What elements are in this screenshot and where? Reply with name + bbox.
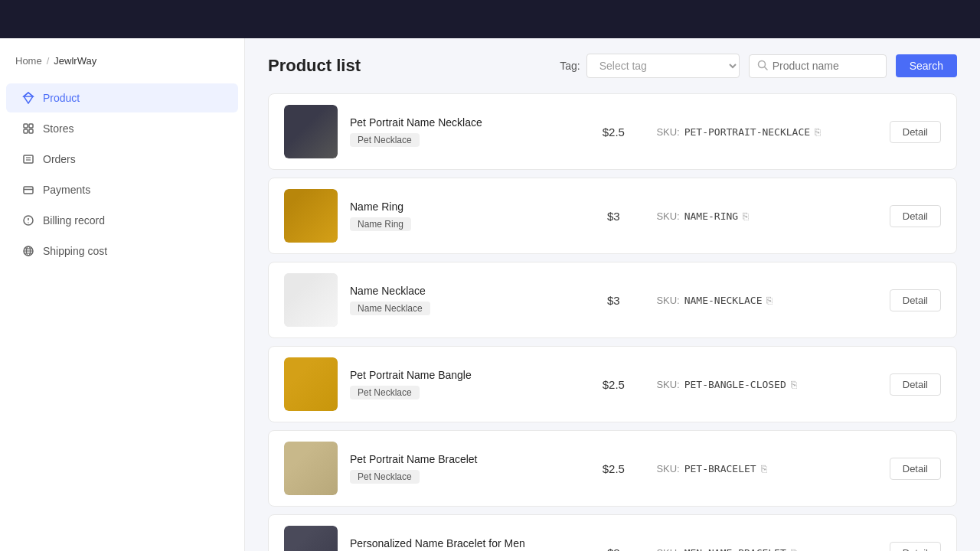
tag-label: Tag: (560, 60, 580, 72)
page-header: Product list Tag: Select tag (268, 54, 957, 78)
breadcrumb-separator: / (47, 55, 50, 67)
detail-button[interactable]: Detail (890, 121, 941, 143)
table-row: Name Ring Name Ring $3 SKU: NAME-RING ⎘ … (268, 178, 957, 254)
product-price: $2.5 (583, 378, 644, 391)
product-tag: Name Ring (350, 217, 411, 231)
product-info: Name Ring Name Ring (350, 201, 570, 231)
sidebar-item-stores-label: Stores (43, 122, 74, 135)
copy-icon[interactable]: ⎘ (761, 463, 767, 474)
sku-value: PET-BRACELET (684, 463, 756, 474)
copy-icon[interactable]: ⎘ (791, 547, 797, 552)
top-bar (0, 0, 980, 38)
product-name: Pet Portrait Name Bangle (350, 369, 570, 381)
sidebar-item-shipping-label: Shipping cost (43, 245, 107, 257)
product-info: Pet Portrait Name Necklace Pet Necklace (350, 116, 570, 147)
product-name: Personalized Name Bracelet for Men (350, 537, 570, 549)
product-image (284, 189, 338, 243)
detail-button[interactable]: Detail (890, 542, 941, 552)
product-info: Pet Portrait Name Bracelet Pet Necklace (350, 453, 570, 484)
sidebar-item-product-label: Product (43, 92, 80, 104)
product-image (284, 105, 338, 158)
sidebar-item-billing[interactable]: Billing record (6, 206, 238, 235)
search-box (749, 54, 887, 78)
shipping-icon (21, 244, 35, 258)
copy-icon[interactable]: ⎘ (743, 210, 749, 222)
product-name: Name Necklace (350, 285, 570, 297)
breadcrumb-home[interactable]: Home (15, 55, 42, 67)
svg-point-13 (28, 222, 28, 223)
svg-rect-4 (24, 129, 28, 133)
payments-icon (21, 183, 35, 197)
product-tag: Pet Necklace (350, 386, 420, 399)
sidebar-nav: Product Stores (0, 76, 244, 273)
search-button[interactable]: Search (896, 54, 957, 77)
tag-select[interactable]: Select tag (586, 54, 740, 78)
product-price: $2.5 (583, 126, 644, 139)
product-price: $2.5 (583, 462, 644, 475)
product-tag: Pet Necklace (350, 133, 420, 147)
table-row: Name Necklace Name Necklace $3 SKU: NAME… (268, 262, 957, 338)
product-sku: SKU: PET-PORTRAIT-NECKLACE ⎘ (656, 126, 877, 138)
sku-value: PET-BANGLE-CLOSED (684, 379, 786, 390)
product-price: $8 (583, 546, 644, 552)
product-price: $3 (583, 294, 644, 307)
product-name: Pet Portrait Name Bracelet (350, 453, 570, 465)
product-name: Name Ring (350, 201, 570, 213)
copy-icon[interactable]: ⎘ (791, 379, 797, 390)
diamond-icon (21, 91, 35, 105)
svg-marker-1 (24, 93, 33, 96)
sidebar-item-billing-label: Billing record (43, 214, 105, 227)
svg-rect-6 (24, 155, 33, 163)
svg-rect-9 (24, 187, 33, 194)
sku-value: MEN-NAME-BRACELET (684, 547, 786, 552)
product-name: Pet Portrait Name Necklace (350, 116, 570, 129)
sku-value: NAME-RING (684, 210, 738, 222)
page-title: Product list (268, 56, 361, 76)
tag-filter: Tag: Select tag (560, 54, 739, 78)
product-tag: Name Necklace (350, 302, 430, 315)
breadcrumb-current: JewlrWay (54, 55, 96, 67)
sidebar: Home / JewlrWay Product (0, 38, 245, 551)
breadcrumb: Home / JewlrWay (0, 46, 244, 76)
product-price: $3 (583, 210, 644, 223)
sidebar-item-stores[interactable]: Stores (6, 114, 238, 143)
product-sku: SKU: NAME-NECKLACE ⎘ (656, 295, 877, 306)
copy-icon[interactable]: ⎘ (815, 126, 821, 138)
sidebar-item-payments[interactable]: Payments (6, 175, 238, 204)
sku-value: NAME-NECKLACE (684, 295, 763, 306)
sku-label: SKU: (656, 547, 679, 552)
product-info: Pet Portrait Name Bangle Pet Necklace (350, 369, 570, 399)
sku-label: SKU: (656, 295, 679, 306)
stores-icon (21, 122, 35, 135)
product-sku: SKU: PET-BANGLE-CLOSED ⎘ (656, 379, 877, 390)
sidebar-item-orders[interactable]: Orders (6, 145, 238, 174)
sku-label: SKU: (656, 379, 679, 390)
filter-area: Tag: Select tag Search (560, 54, 957, 78)
billing-icon (21, 214, 35, 227)
product-info: Personalized Name Bracelet for Men Name … (350, 537, 570, 551)
product-image (284, 442, 338, 495)
search-input[interactable] (773, 60, 878, 72)
table-row: Pet Portrait Name Bangle Pet Necklace $2… (268, 346, 957, 422)
orders-icon (21, 152, 35, 166)
sku-label: SKU: (656, 463, 679, 474)
detail-button[interactable]: Detail (890, 373, 941, 396)
sidebar-item-shipping[interactable]: Shipping cost (6, 236, 238, 266)
table-row: Pet Portrait Name Necklace Pet Necklace … (268, 93, 957, 170)
svg-line-20 (764, 67, 767, 70)
copy-icon[interactable]: ⎘ (766, 295, 773, 306)
sidebar-item-orders-label: Orders (43, 153, 76, 165)
table-row: Pet Portrait Name Bracelet Pet Necklace … (268, 430, 957, 507)
sidebar-item-product[interactable]: Product (6, 83, 238, 112)
detail-button[interactable]: Detail (890, 205, 941, 227)
product-sku: SKU: PET-BRACELET ⎘ (656, 463, 877, 474)
sku-label: SKU: (656, 126, 679, 138)
sku-label: SKU: (656, 210, 679, 222)
product-sku: SKU: MEN-NAME-BRACELET ⎘ (656, 547, 877, 552)
product-image (284, 526, 338, 551)
product-sku: SKU: NAME-RING ⎘ (656, 210, 877, 222)
detail-button[interactable]: Detail (890, 289, 941, 311)
product-tag: Pet Necklace (350, 470, 420, 484)
svg-marker-0 (24, 93, 33, 103)
detail-button[interactable]: Detail (890, 458, 941, 480)
